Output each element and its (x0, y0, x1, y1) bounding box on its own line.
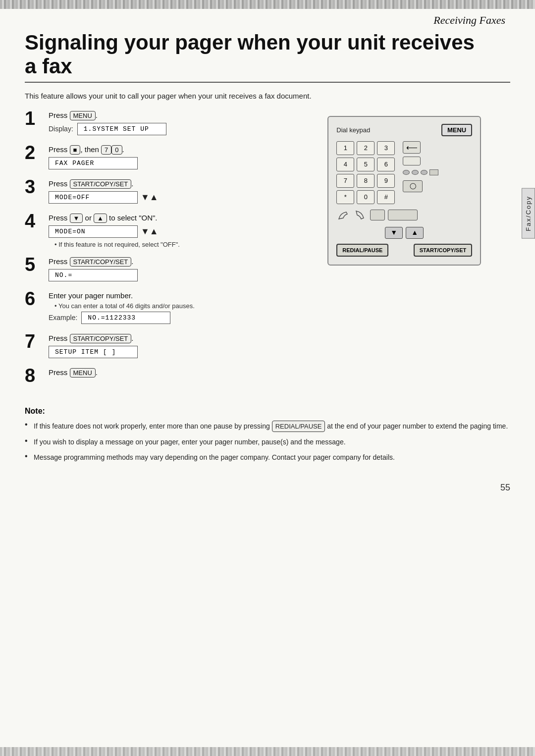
redial-pause-button[interactable]: REDIAL/PAUSE (336, 244, 388, 257)
step-2-content: Press ■, then 70. FAX PAGER (49, 145, 284, 172)
step-number-4: 4 (25, 212, 49, 230)
step-2-display-row: FAX PAGER (49, 157, 284, 169)
keypad-row-2: 4 5 6 (336, 158, 395, 171)
step-3-display-row: MODE=OFF ▼▲ (49, 191, 284, 204)
indicator-box (429, 169, 438, 175)
step-4-text: Press ▼ or ▲ to select "ON". (49, 214, 284, 223)
key0-step2: 0 (111, 145, 122, 155)
note-bullet-3: • (25, 452, 34, 460)
step-4-content: Press ▼ or ▲ to select "ON". MODE=ON ▼▲ … (49, 214, 284, 250)
step-2-text: Press ■, then 70. (49, 145, 284, 155)
key-3: 3 (377, 141, 395, 155)
extra-btn (370, 210, 385, 220)
step-3: 3 Press START/COPY/SET. MODE=OFF ▼▲ (25, 179, 284, 207)
key-9: 9 (377, 174, 395, 188)
startcopyset-button-step3: START/COPY/SET (70, 179, 132, 189)
step-6-bullet: You can enter a total of 46 digits and/o… (54, 302, 284, 310)
display-box-2: FAX PAGER (49, 157, 138, 169)
key7-step2: 7 (101, 145, 111, 155)
receiving-faxes-label: Receiving Faxes (25, 14, 510, 27)
page-title: Signaling your pager when your unit rece… (25, 31, 510, 79)
example-label: Example: (49, 314, 77, 322)
menu-button-step8: MENU (70, 368, 96, 378)
func-key-speaker: ⟵ (403, 141, 421, 154)
note-bullet-1: • (25, 421, 34, 429)
down-arrow-key[interactable]: ▼ (385, 227, 403, 239)
content-area: 1 Press MENU. Display: 1.SYSTEM SET UP 2 (0, 111, 535, 392)
page: Receiving Faxes Signaling your pager whe… (0, 0, 535, 756)
key-7: 7 (336, 174, 354, 188)
title-line1: Signaling your pager when your unit rece… (25, 31, 475, 54)
menu-button-step1: MENU (70, 111, 96, 120)
step-1-content: Press MENU. Display: 1.SYSTEM SET UP (49, 111, 284, 138)
keypad-row-4: * 0 # (336, 190, 395, 204)
indicator-3 (421, 170, 428, 175)
note-item-3: • Message programming methods may vary d… (25, 452, 510, 463)
display-box-6: NO.=1122333 (81, 312, 170, 324)
hash-button-step2: ■ (70, 145, 81, 155)
step-6-content: Enter your pager number. You can enter a… (49, 291, 284, 327)
step-8: 8 Press MENU. (25, 368, 284, 385)
step-5: 5 Press START/COPY/SET. NO.= (25, 257, 284, 284)
updown-arrows-4: ▼▲ (141, 226, 159, 237)
dial-keypad-label: Dial keypad (336, 126, 370, 134)
indicators (403, 169, 438, 175)
step-number-8: 8 (25, 366, 49, 385)
step-2: 2 Press ■, then 70. FAX PAGER (25, 145, 284, 172)
note-text-3: Message programming methods may vary dep… (34, 452, 510, 463)
note-bullet-2: • (25, 437, 34, 445)
key-5: 5 (357, 158, 374, 171)
up-arrow-key[interactable]: ▲ (406, 227, 424, 239)
keypad-row-3: 7 8 9 (336, 174, 395, 188)
keypad-body: 1 2 3 4 5 6 7 8 9 (336, 141, 472, 204)
key-6: 6 (377, 158, 395, 171)
step-7-display-row: SETUP ITEM [ ] (49, 346, 284, 358)
step-1-text: Press MENU. (49, 111, 284, 120)
keypad-top-row: Dial keypad MENU (336, 124, 472, 136)
steps-column: 1 Press MENU. Display: 1.SYSTEM SET UP 2 (25, 111, 284, 392)
display-label-1: Display: (49, 125, 73, 133)
key-2: 2 (357, 141, 374, 155)
step-6-display-row: Example: NO.=1122333 (49, 312, 284, 324)
handset-row (336, 208, 472, 222)
nav-arrows-row: ▼ ▲ (385, 227, 424, 239)
extra-btn2 (388, 210, 418, 220)
func-key-blank (403, 157, 421, 165)
redial-pause-inline: REDIAL/PAUSE (272, 421, 325, 432)
step-5-text: Press START/COPY/SET. (49, 257, 284, 267)
display-box-1: 1.SYSTEM SET UP (77, 123, 166, 135)
key-star: * (336, 190, 354, 204)
bottom-buttons: REDIAL/PAUSE START/COPY/SET (336, 244, 472, 257)
step-1: 1 Press MENU. Display: 1.SYSTEM SET UP (25, 111, 284, 138)
startcopyset-button-step5: START/COPY/SET (70, 257, 132, 267)
fax-copy-side-tab: Fax/Copy (522, 188, 535, 239)
step-5-display-row: NO.= (49, 269, 284, 281)
note-item-2: • If you wish to display a message on yo… (25, 437, 510, 447)
keypad-diagram: Dial keypad MENU 1 2 3 4 5 (327, 116, 481, 266)
intro-text: This feature allows your unit to call yo… (25, 92, 510, 100)
key-1: 1 (336, 141, 354, 155)
step-number-3: 3 (25, 177, 49, 196)
menu-key-box: MENU (441, 124, 472, 136)
start-copy-set-button[interactable]: START/COPY/SET (414, 244, 473, 257)
step-8-content: Press MENU. (49, 368, 284, 380)
display-box-7: SETUP ITEM [ ] (49, 346, 138, 358)
header-section: Receiving Faxes Signaling your pager whe… (0, 9, 535, 100)
step-number-7: 7 (25, 332, 49, 351)
keypad-diagram-column: Dial keypad MENU 1 2 3 4 5 (299, 111, 511, 392)
func-row-2 (403, 157, 438, 165)
step-7: 7 Press START/COPY/SET. SETUP ITEM [ ] (25, 334, 284, 361)
func-row-speaker: ◯ (403, 180, 438, 192)
display-box-5: NO.= (49, 269, 138, 281)
top-decorative-bar (0, 0, 535, 9)
bottom-decorative-bar (0, 747, 535, 756)
step-3-content: Press START/COPY/SET. MODE=OFF ▼▲ (49, 179, 284, 207)
step-4: 4 Press ▼ or ▲ to select "ON". MODE=ON ▼… (25, 214, 284, 250)
step-1-display-row: Display: 1.SYSTEM SET UP (49, 123, 284, 135)
up-arrow-btn-step4: ▲ (94, 214, 107, 223)
title-line2: a fax (25, 54, 72, 78)
down-arrow-btn-step4: ▼ (70, 214, 83, 223)
func-row-1: ⟵ (403, 141, 438, 154)
updown-arrows-3: ▼▲ (141, 192, 159, 203)
nav-arrows-container: ▼ ▲ (336, 227, 472, 239)
